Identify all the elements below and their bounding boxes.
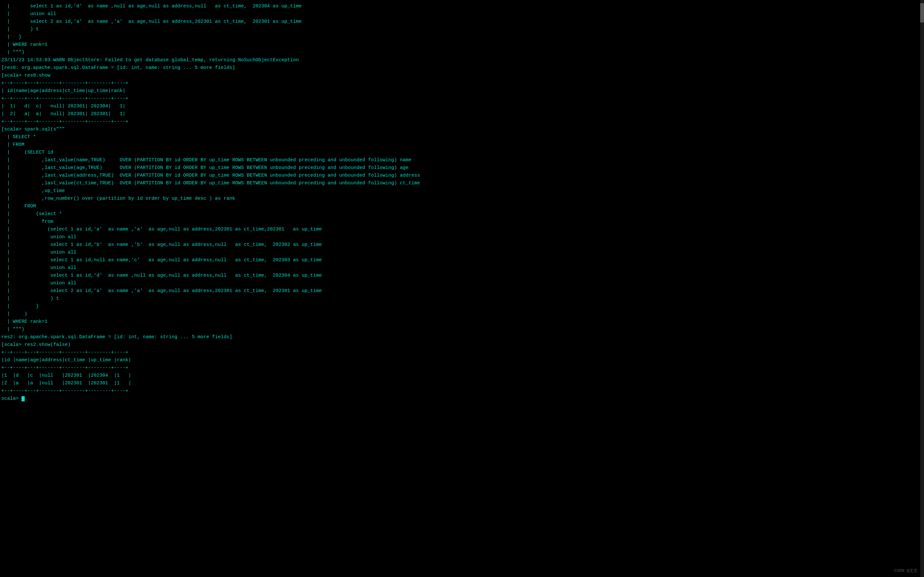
terminal-line: +--+----+---+-------+--------+--------+-… xyxy=(0,95,924,103)
terminal-line: |id |name|age|address|ct_time |up_time |… xyxy=(0,356,924,364)
terminal-line: [scala> spark.sql(s""" xyxy=(0,126,924,133)
terminal-line: | ,up_time xyxy=(0,187,924,195)
terminal-line: | ,row_number() over (partition by id or… xyxy=(0,195,924,203)
terminal-line: | """) xyxy=(0,49,924,56)
terminal-line: | ,last_value(age,TRUE) OVER (PARTITION … xyxy=(0,164,924,172)
terminal-line: | } xyxy=(0,303,924,310)
terminal-line: | } xyxy=(0,33,924,41)
terminal-line: | ) xyxy=(0,310,924,318)
terminal-line: [scala> res0.show xyxy=(0,72,924,79)
terminal-line: | FROM xyxy=(0,141,924,149)
terminal-line: | select 1 as id,null as name,'c' as age… xyxy=(0,256,924,264)
terminal-line: | (SELECT id xyxy=(0,149,924,156)
terminal-line: | union all xyxy=(0,234,924,241)
terminal-line: +--+----+---+-------+--------+--------+-… xyxy=(0,364,924,372)
scrollbar-thumb[interactable] xyxy=(920,3,924,23)
terminal-line: | ,last_value(address,TRUE) OVER (PARTIT… xyxy=(0,172,924,179)
terminal: | select 1 as id,'d' as name ,null as ag… xyxy=(0,0,924,577)
terminal-line: | ,last_value(ct_time,TRUE) OVER (PARTIT… xyxy=(0,179,924,187)
terminal-line: | union all xyxy=(0,264,924,272)
watermark: CSDN @文文 xyxy=(894,568,918,574)
terminal-line: +--+----+---+-------+--------+--------+-… xyxy=(0,387,924,395)
terminal-line: res2: org.apache.spark.sql.DataFrame = [… xyxy=(0,334,924,341)
terminal-line: | (select 1 as id,'a' as name ,'a' as ag… xyxy=(0,226,924,234)
terminal-line: | select 1 as id,'b' as name ,'b' as age… xyxy=(0,241,924,249)
terminal-line: | ) t xyxy=(0,295,924,303)
terminal-line: | (select * xyxy=(0,210,924,218)
terminal-line: | id|name|age|address|ct_time|up_time|ra… xyxy=(0,87,924,95)
terminal-line: | from xyxy=(0,218,924,226)
terminal-line: [res0: org.apache.spark.sql.DataFrame = … xyxy=(0,64,924,72)
terminal-line: | SELECT * xyxy=(0,133,924,141)
terminal-line: | 2| a| a| null| 202301| 202301| 1| xyxy=(0,110,924,118)
terminal-line: | union all xyxy=(0,249,924,256)
terminal-line: | WHERE rank=1 xyxy=(0,41,924,49)
terminal-line: | union all xyxy=(0,10,924,18)
terminal-line: +--+----+---+-------+--------+--------+-… xyxy=(0,118,924,126)
terminal-line: | FROM xyxy=(0,203,924,210)
terminal-line: +--+----+---+-------+--------+--------+-… xyxy=(0,79,924,87)
terminal-line: 23/11/23 14:53:03 WARN ObjectStore: Fail… xyxy=(0,56,924,64)
terminal-line: | select 1 as id,'d' as name ,null as ag… xyxy=(0,272,924,279)
terminal-line: | select 2 as id,'a' as name ,'a' as age… xyxy=(0,287,924,295)
terminal-line: | select 2 as id,'a' as name ,'a' as age… xyxy=(0,18,924,26)
terminal-line: | union all xyxy=(0,279,924,287)
terminal-line: scala> xyxy=(0,395,924,403)
terminal-line: | select 1 as id,'d' as name ,null as ag… xyxy=(0,3,924,10)
terminal-line: +--+----+---+-------+--------+--------+-… xyxy=(0,349,924,356)
cursor xyxy=(21,396,25,401)
terminal-line: | ) t xyxy=(0,26,924,33)
terminal-line: | """) xyxy=(0,326,924,334)
scrollbar[interactable] xyxy=(920,0,924,577)
terminal-line: | ,last_value(name,TRUE) OVER (PARTITION… xyxy=(0,156,924,164)
terminal-line: |1 |d |c |null |202301 |202304 |1 | xyxy=(0,372,924,380)
terminal-line: [scala> res2.show(false) xyxy=(0,341,924,349)
terminal-line: |2 |a |a |null |202301 |202301 |1 | xyxy=(0,380,924,387)
terminal-line: | WHERE rank=1 xyxy=(0,318,924,326)
terminal-line: | 1| d| c| null| 202301| 202304| 1| xyxy=(0,103,924,110)
